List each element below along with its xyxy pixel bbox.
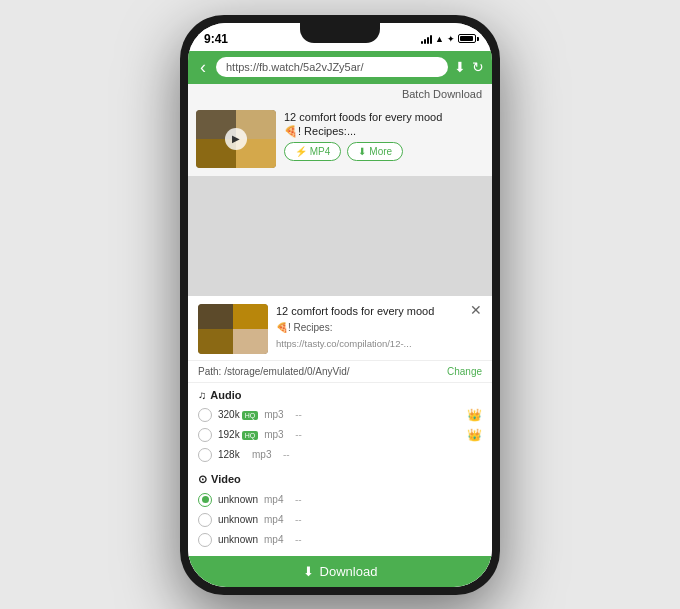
address-bar-icons: ⬇ ↻	[454, 59, 484, 75]
refresh-icon[interactable]: ↻	[472, 59, 484, 75]
video-thumbnail: ▶	[196, 110, 276, 168]
radio-192k[interactable]	[198, 428, 212, 442]
sheet-subtitle: 🍕! Recipes:	[276, 321, 482, 335]
sheet-thumbnail	[198, 304, 268, 354]
download-addr-icon[interactable]: ⬇	[454, 59, 466, 75]
dash-video-2: --	[295, 514, 482, 525]
radio-320k[interactable]	[198, 408, 212, 422]
audio-option-128k[interactable]: 128k mp3 --	[198, 445, 482, 465]
quality-192k: 192kHQ	[218, 429, 258, 440]
sheet-video-details: 12 comfort foods for every mood 🍕! Recip…	[276, 304, 482, 351]
hq-badge-320k: HQ	[242, 411, 259, 420]
video-option-1[interactable]: unknown mp4 --	[198, 490, 482, 510]
hq-badge-192k: HQ	[242, 431, 259, 440]
dash-video-3: --	[295, 534, 482, 545]
video-section: ⊙ Video unknown mp4 -- unknown mp4 --	[188, 467, 492, 552]
video-section-title: ⊙ Video	[198, 473, 482, 486]
gray-content-area	[188, 176, 492, 296]
video-actions: ⚡ MP4 ⬇ More	[284, 142, 484, 161]
format-192k: mp3	[264, 429, 289, 440]
signal-icon	[421, 34, 432, 44]
notch	[300, 23, 380, 43]
mp4-button[interactable]: ⚡ MP4	[284, 142, 341, 161]
quality-video-2: unknown	[218, 514, 258, 525]
batch-download-label: Batch Download	[188, 84, 492, 102]
crown-192k: 👑	[467, 428, 482, 442]
path-label: Path: /storage/emulated/0/AnyVid/	[198, 366, 350, 377]
download-button[interactable]: ⬇ Download	[188, 556, 492, 587]
sheet-video-info: 12 comfort foods for every mood 🍕! Recip…	[188, 296, 492, 361]
phone-frame: 9:41 ▲ ✦ ‹ https://fb.watch/5a2vJZy5ar/	[180, 15, 500, 595]
radio-128k[interactable]	[198, 448, 212, 462]
format-128k: mp3	[252, 449, 277, 460]
sheet-title: 12 comfort foods for every mood	[276, 304, 482, 319]
dash-128k: --	[283, 449, 482, 460]
change-path-button[interactable]: Change	[447, 366, 482, 377]
bluetooth-icon: ✦	[447, 34, 455, 44]
music-note-icon: ♫	[198, 389, 206, 401]
video-option-3[interactable]: unknown mp4 --	[198, 530, 482, 550]
audio-section: ♫ Audio 320kHQ mp3 -- 👑 192kHQ mp3 -- 👑	[188, 383, 492, 467]
audio-section-title: ♫ Audio	[198, 389, 482, 401]
url-input[interactable]: https://fb.watch/5a2vJZy5ar/	[216, 57, 448, 77]
quality-320k: 320kHQ	[218, 409, 258, 420]
video-info: 12 comfort foods for every mood 🍕! Recip…	[284, 110, 484, 162]
download-arrow-icon: ⬇	[303, 564, 314, 579]
video-card: ▶ 12 comfort foods for every mood 🍕! Rec…	[188, 102, 492, 176]
video-cam-icon: ⊙	[198, 473, 207, 486]
dash-320k: --	[295, 409, 461, 420]
format-video-3: mp4	[264, 534, 289, 545]
bottom-sheet: ✕ 12 comfort foods for every mood 🍕! Rec…	[188, 296, 492, 587]
video-title: 12 comfort foods for every mood 🍕! Recip…	[284, 110, 484, 139]
battery-icon	[458, 34, 476, 43]
radio-video-1[interactable]	[198, 493, 212, 507]
play-icon: ▶	[225, 128, 247, 150]
video-option-2[interactable]: unknown mp4 --	[198, 510, 482, 530]
quality-video-1: unknown	[218, 494, 258, 505]
format-320k: mp3	[264, 409, 289, 420]
address-bar: ‹ https://fb.watch/5a2vJZy5ar/ ⬇ ↻	[188, 51, 492, 84]
sheet-url: https://tasty.co/compilation/12-...	[276, 337, 482, 350]
close-button[interactable]: ✕	[470, 302, 482, 318]
format-video-2: mp4	[264, 514, 289, 525]
dash-192k: --	[295, 429, 461, 440]
crown-320k: 👑	[467, 408, 482, 422]
more-button[interactable]: ⬇ More	[347, 142, 403, 161]
status-icons: ▲ ✦	[421, 34, 476, 44]
status-bar: 9:41 ▲ ✦	[188, 23, 492, 51]
dash-video-1: --	[295, 494, 482, 505]
audio-option-192k[interactable]: 192kHQ mp3 -- 👑	[198, 425, 482, 445]
format-video-1: mp4	[264, 494, 289, 505]
radio-video-2[interactable]	[198, 513, 212, 527]
download-more-icon: ⬇	[358, 146, 366, 157]
quality-video-3: unknown	[218, 534, 258, 545]
wifi-icon: ▲	[435, 34, 444, 44]
audio-option-320k[interactable]: 320kHQ mp3 -- 👑	[198, 405, 482, 425]
phone-screen: 9:41 ▲ ✦ ‹ https://fb.watch/5a2vJZy5ar/	[188, 23, 492, 587]
quality-128k: 128k	[218, 449, 246, 460]
radio-video-3[interactable]	[198, 533, 212, 547]
back-button[interactable]: ‹	[196, 57, 210, 78]
path-row: Path: /storage/emulated/0/AnyVid/ Change	[188, 361, 492, 383]
status-time: 9:41	[204, 32, 228, 46]
